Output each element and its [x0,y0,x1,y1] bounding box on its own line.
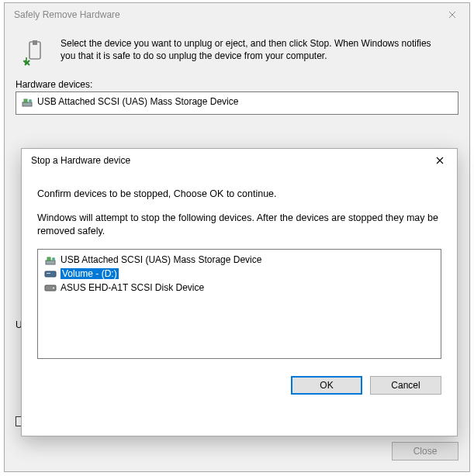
svg-point-7 [52,257,55,260]
list-item[interactable]: Volume - (D:) [43,267,436,281]
svg-rect-2 [22,102,32,106]
list-item[interactable]: USB Attached SCSI (UAS) Mass Storage Dev… [43,253,436,267]
device-label: USB Attached SCSI (UAS) Mass Storage Dev… [61,254,261,265]
devices-to-stop-list[interactable]: USB Attached SCSI (UAS) Mass Storage Dev… [37,249,441,359]
svg-rect-5 [46,260,55,264]
window-close-button[interactable] [434,3,469,26]
window-title: Safely Remove Hardware [14,9,434,20]
device-label: Volume - (D:) [61,268,119,279]
list-item[interactable]: USB Attached SCSI (UAS) Mass Storage Dev… [19,95,455,109]
dialog-para-2: Windows will attempt to stop the followi… [37,212,441,238]
close-button[interactable]: Close [392,442,458,460]
close-icon [436,157,444,164]
usb-device-icon [44,254,57,266]
intro-text: Select the device you want to unplug or … [61,37,433,67]
ok-button[interactable]: OK [291,376,362,395]
svg-point-4 [29,99,32,102]
hardware-devices-list[interactable]: USB Attached SCSI (UAS) Mass Storage Dev… [16,91,458,115]
svg-rect-1 [33,40,37,45]
dialog-close-button[interactable] [422,149,457,172]
close-icon [448,11,456,19]
list-item[interactable]: ASUS EHD-A1T SCSI Disk Device [43,281,436,295]
cancel-button-label: Cancel [391,380,420,391]
usb-device-icon [21,95,33,108]
dialog-button-row: OK Cancel [37,376,441,395]
stop-hardware-dialog: Stop a Hardware device Confirm devices t… [21,148,458,436]
disk-icon [44,281,57,294]
close-button-label: Close [413,446,438,457]
dialog-titlebar: Stop a Hardware device [22,149,457,172]
window-body: Select the device you want to unplug or … [5,26,469,122]
svg-rect-8 [45,271,56,277]
svg-point-11 [53,287,54,288]
device-label: ASUS EHD-A1T SCSI Disk Device [61,282,204,293]
dialog-para-1: Confirm devices to be stopped, Choose OK… [37,188,441,201]
titlebar: Safely Remove Hardware [5,3,469,26]
device-label: USB Attached SCSI (UAS) Mass Storage Dev… [37,96,238,107]
drive-icon [44,267,57,280]
eject-icon [22,37,48,67]
intro-block: Select the device you want to unplug or … [16,34,458,78]
svg-rect-6 [47,257,50,260]
svg-rect-3 [24,99,27,102]
ok-button-label: OK [320,380,333,391]
hardware-devices-label: Hardware devices: [16,79,458,90]
cancel-button[interactable]: Cancel [370,376,441,395]
dialog-body: Confirm devices to be stopped, Choose OK… [22,172,457,405]
svg-rect-9 [47,273,50,274]
dialog-title: Stop a Hardware device [31,155,422,166]
